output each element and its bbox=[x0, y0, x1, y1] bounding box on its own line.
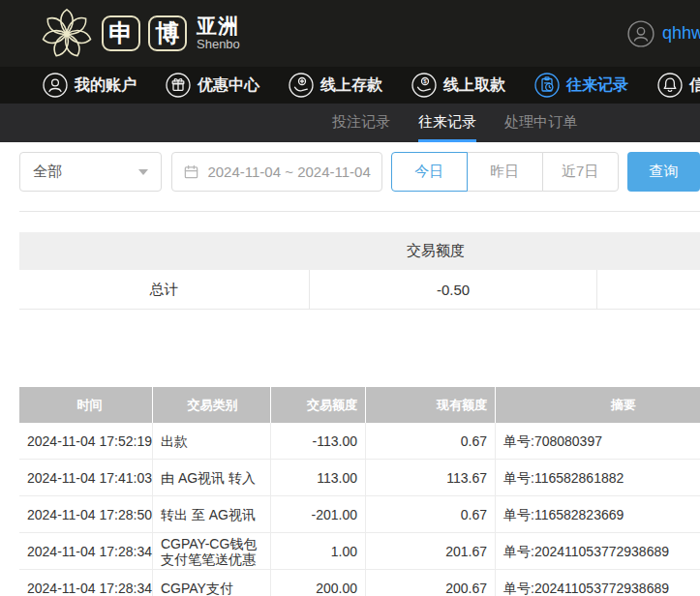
table-row: 2024-11-04 17:28:50 转出 至 AG视讯 -201.00 0.… bbox=[19, 496, 700, 533]
cell-time: 2024-11-04 17:52:19 bbox=[19, 423, 153, 459]
main-navigation: 我的账户 优惠中心 线上存款 bbox=[0, 67, 700, 104]
records-table-header: 时间 交易类别 交易额度 现有额度 摘要 bbox=[19, 387, 700, 423]
nav-item-transaction-records[interactable]: 往来记录 bbox=[534, 73, 628, 98]
cell-type: CGPAY支付 bbox=[153, 570, 271, 596]
flower-logo-icon bbox=[39, 6, 95, 62]
cell-amount: 113.00 bbox=[271, 460, 366, 495]
cell-time: 2024-11-04 17:41:03 bbox=[19, 460, 153, 495]
bell-icon bbox=[657, 73, 683, 98]
table-row: 2024-11-04 17:28:34 CGPAY支付 200.00 200.6… bbox=[19, 570, 700, 596]
category-select-value: 全部 bbox=[33, 163, 62, 181]
header-balance: 现有额度 bbox=[366, 387, 496, 423]
cell-type: 转出 至 AG视讯 bbox=[153, 496, 271, 532]
cell-time: 2024-11-04 17:28:50 bbox=[19, 496, 153, 532]
cell-balance: 113.67 bbox=[366, 460, 496, 495]
cell-summary: 单号:202411053772938689 bbox=[496, 570, 700, 596]
section-divider bbox=[19, 211, 700, 212]
cell-balance: 0.67 bbox=[366, 496, 496, 532]
cell-type: 出款 bbox=[153, 423, 271, 459]
logo-char-box: 博 bbox=[148, 15, 187, 51]
tab-transaction-records[interactable]: 往来记录 bbox=[418, 104, 476, 142]
cell-amount: -201.00 bbox=[271, 496, 366, 532]
summary-table: 交易额度 总计 -0.50 bbox=[19, 232, 700, 310]
logo-char-1: 申 bbox=[109, 19, 134, 46]
header-time: 时间 bbox=[19, 387, 153, 423]
nav-item-withdraw[interactable]: $ 线上取款 bbox=[411, 73, 505, 98]
logo-region-cn: 亚洲 bbox=[197, 15, 240, 37]
records-table: 时间 交易类别 交易额度 现有额度 摘要 2024-11-04 17:52:19… bbox=[19, 387, 700, 596]
cell-balance: 0.67 bbox=[366, 423, 496, 459]
nav-label: 优惠中心 bbox=[198, 75, 259, 96]
nav-item-promotions[interactable]: 优惠中心 bbox=[166, 73, 259, 98]
cell-balance: 201.67 bbox=[366, 533, 496, 569]
date-range-value: 2024-11-04 ~ 2024-11-04 bbox=[207, 164, 370, 180]
logo-region-en: Shenbo bbox=[197, 37, 240, 51]
header-amount: 交易额度 bbox=[271, 387, 366, 423]
nav-item-deposit[interactable]: 线上存款 bbox=[289, 73, 382, 98]
cell-amount: 1.00 bbox=[271, 533, 366, 569]
cell-balance: 200.67 bbox=[366, 570, 496, 596]
date-range-input[interactable]: 2024-11-04 ~ 2024-11-04 bbox=[171, 152, 381, 192]
table-row: 2024-11-04 17:28:34 CGPAY-CG钱包支付笔笔送优惠 1.… bbox=[19, 533, 700, 570]
user-account-link[interactable]: qhhw bbox=[627, 0, 700, 67]
cell-summary: 单号:202411053772938689 bbox=[496, 533, 700, 569]
nav-label: 线上取款 bbox=[443, 75, 505, 96]
user-circle-icon bbox=[43, 73, 68, 98]
record-tabs: 投注记录 往来记录 处理中订单 bbox=[0, 104, 700, 142]
cell-time: 2024-11-04 17:28:34 bbox=[19, 570, 153, 596]
avatar-icon bbox=[627, 20, 654, 47]
cell-time: 2024-11-04 17:28:34 bbox=[19, 533, 153, 569]
yesterday-button[interactable]: 昨日 bbox=[467, 152, 543, 192]
summary-header: 交易额度 bbox=[19, 232, 700, 270]
header-summary: 摘要 bbox=[496, 387, 700, 423]
logo-char-2: 博 bbox=[156, 19, 180, 46]
gift-icon bbox=[166, 73, 191, 98]
nav-item-messages[interactable]: 信 bbox=[657, 73, 700, 98]
today-button[interactable]: 今日 bbox=[391, 152, 468, 192]
table-row: 2024-11-04 17:52:19 出款 -113.00 0.67 单号:7… bbox=[19, 423, 700, 460]
cell-amount: -113.00 bbox=[271, 423, 366, 459]
nav-label: 信 bbox=[689, 75, 700, 96]
nav-item-my-account[interactable]: 我的账户 bbox=[43, 73, 137, 98]
svg-text:$: $ bbox=[423, 78, 427, 84]
cell-type: 由 AG视讯 转入 bbox=[153, 460, 271, 495]
cell-summary: 单号:116582861882 bbox=[496, 460, 700, 495]
brand-logo: 申 博 亚洲 Shenbo bbox=[39, 6, 240, 62]
cell-amount: 200.00 bbox=[271, 570, 366, 596]
nav-label: 线上存款 bbox=[320, 75, 382, 96]
quick-date-group: 今日 昨日 近7日 bbox=[391, 152, 619, 192]
last-7-days-button[interactable]: 近7日 bbox=[542, 152, 619, 192]
cell-summary: 单号:116582823669 bbox=[496, 496, 700, 532]
summary-row: 总计 -0.50 bbox=[19, 270, 700, 310]
chevron-down-icon bbox=[138, 169, 148, 175]
deposit-hand-coin-icon bbox=[289, 73, 314, 98]
tab-processing-orders[interactable]: 处理中订单 bbox=[504, 104, 577, 142]
calendar-icon bbox=[183, 164, 199, 180]
withdraw-hand-coin-icon: $ bbox=[411, 73, 437, 98]
summary-empty-cell bbox=[597, 270, 700, 309]
top-header: 申 博 亚洲 Shenbo qhhw bbox=[0, 0, 700, 67]
nav-label: 我的账户 bbox=[75, 75, 137, 96]
header-type: 交易类别 bbox=[153, 387, 271, 423]
category-select[interactable]: 全部 bbox=[19, 152, 162, 192]
summary-total-label: 总计 bbox=[19, 270, 310, 309]
cell-type: CGPAY-CG钱包支付笔笔送优惠 bbox=[153, 533, 271, 569]
records-clipboard-clock-icon bbox=[534, 73, 560, 98]
filter-bar: 全部 2024-11-04 ~ 2024-11-04 今日 昨日 近7日 查询 bbox=[19, 152, 700, 192]
logo-char-box: 申 bbox=[102, 15, 140, 51]
summary-total-amount: -0.50 bbox=[310, 270, 597, 309]
cell-summary: 单号:708080397 bbox=[496, 423, 700, 459]
nav-label: 往来记录 bbox=[566, 75, 628, 96]
tab-betting-records[interactable]: 投注记录 bbox=[332, 104, 390, 142]
logo-region: 亚洲 Shenbo bbox=[197, 15, 240, 51]
table-row: 2024-11-04 17:41:03 由 AG视讯 转入 113.00 113… bbox=[19, 460, 700, 496]
query-button[interactable]: 查询 bbox=[627, 152, 700, 192]
username-text[interactable]: qhhw bbox=[662, 23, 700, 44]
